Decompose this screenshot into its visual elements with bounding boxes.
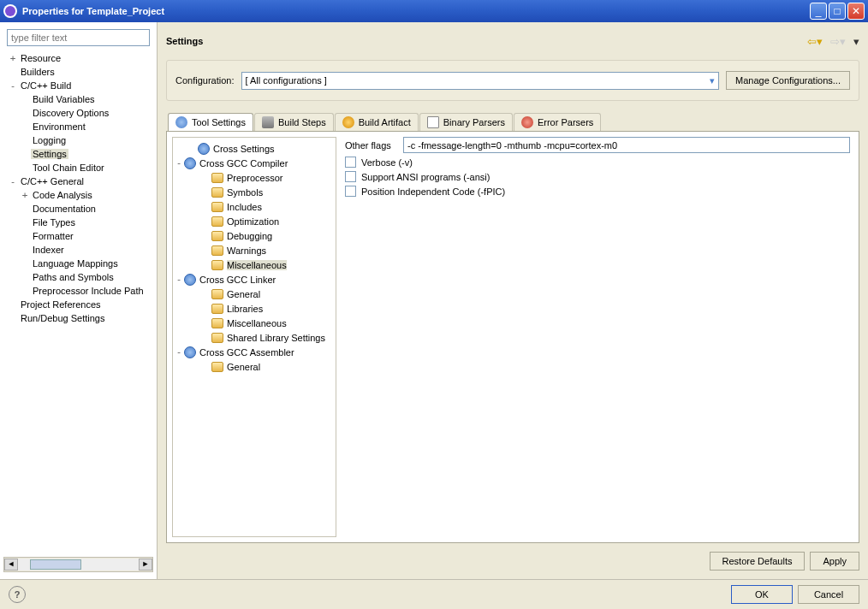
left-nav-pane: +ResourceBuilders-C/C++ BuildBuild Varia… [0,22,158,579]
window-buttons: _ □ ✕ [810,3,865,20]
tab-build-artifact[interactable]: Build Artifact [335,113,419,131]
tab-strip: Tool SettingsBuild StepsBuild ArtifactBi… [166,113,859,131]
folder-icon [184,346,196,358]
cancel-button[interactable]: Cancel [798,585,859,604]
manage-configurations-button[interactable]: Manage Configurations... [726,71,850,90]
configuration-select[interactable]: [ All configurations ] ▾ [241,72,720,90]
ansi-label: Support ANSI programs (-ansi) [361,172,490,182]
apply-button[interactable]: Apply [810,552,859,571]
tree-item[interactable]: -C/C++ Build [9,79,153,92]
tab-build-steps[interactable]: Build Steps [254,113,334,131]
scroll-right-icon[interactable]: ► [139,559,152,571]
folder-icon [198,143,210,155]
tree-item[interactable]: Logging [9,133,153,147]
settings-form: Other flags Verbose (-v) Support ANSI pr… [342,137,853,537]
help-icon[interactable]: ? [9,586,26,603]
scroll-left-icon[interactable]: ◄ [4,559,18,571]
tool-tree-item[interactable]: Libraries [175,301,334,316]
tree-item[interactable]: +Code Analysis [9,188,153,202]
tool-tree-item[interactable]: Symbols [175,185,334,199]
tool-tree-item[interactable]: Miscellaneous [175,257,334,272]
tool-tree-item[interactable]: -Cross GCC Compiler [175,156,334,170]
folder-icon [211,260,223,270]
horizontal-scrollbar[interactable]: ◄ ► [3,557,153,572]
folder-icon [211,318,223,328]
tab-tool-settings[interactable]: Tool Settings [168,113,253,131]
tree-item[interactable]: File Types [9,216,153,229]
folder-icon [211,202,223,212]
tab-binary-parsers[interactable]: Binary Parsers [419,113,513,131]
title-bar: Properties for Template_Project _ □ ✕ [0,0,868,22]
tool-tree-item[interactable]: Miscellaneous [175,316,334,330]
ok-button[interactable]: OK [731,585,793,604]
tab-error-parsers[interactable]: Error Parsers [514,113,601,131]
fpic-checkbox[interactable] [345,186,356,197]
tree-item[interactable]: Build Variables [9,92,153,106]
tree-item[interactable]: Run/Debug Settings [9,311,153,325]
tool-tree-item[interactable]: Warnings [175,243,334,257]
dropdown-icon: ▾ [710,75,715,86]
menu-icon[interactable]: ▾ [853,35,859,48]
folder-icon [211,333,223,343]
verbose-label: Verbose (-v) [361,157,413,168]
scroll-thumb[interactable] [30,559,81,570]
back-icon[interactable]: ⇦▾ [807,35,823,48]
forward-icon: ⇨▾ [830,35,846,48]
tree-item[interactable]: Tool Chain Editor [9,161,153,174]
ti-wand-icon [262,116,274,128]
tool-tree-item[interactable]: Shared Library Settings [175,330,334,345]
restore-defaults-button[interactable]: Restore Defaults [710,552,806,571]
tool-tree-item[interactable]: Optimization [175,214,334,228]
other-flags-input[interactable] [403,137,850,153]
tool-tree-item[interactable]: -Cross GCC Assembler [175,345,334,359]
tree-item[interactable]: Paths and Symbols [9,270,153,284]
tree-item[interactable]: Indexer [9,243,153,257]
folder-icon [211,289,223,299]
tree-item[interactable]: Project References [9,298,153,311]
folder-icon [211,362,223,372]
tool-tree-item[interactable]: Includes [175,199,334,214]
fpic-label: Position Independent Code (-fPIC) [361,186,505,197]
ti-doc-icon [427,116,439,128]
folder-icon [211,231,223,241]
tree-item[interactable]: Language Mappings [9,257,153,270]
close-button[interactable]: ✕ [847,3,865,20]
tool-tree-item[interactable]: Cross Settings [175,141,334,156]
tool-tree-item[interactable]: General [175,359,334,374]
folder-icon [211,245,223,256]
folder-icon [184,274,196,286]
tree-item[interactable]: +Resource [9,51,153,65]
ti-red-icon [521,116,533,128]
folder-icon [211,216,223,227]
tool-tree-item[interactable]: Preprocessor [175,170,334,185]
tree-item[interactable]: Environment [9,120,153,133]
other-flags-label: Other flags [345,140,398,151]
tree-item[interactable]: Preprocessor Include Path [9,284,153,298]
tool-tree-item[interactable]: -Cross GCC Linker [175,272,334,287]
configuration-bar: Configuration: [ All configurations ] ▾ … [166,60,859,101]
ti-blue-icon [175,116,187,128]
tool-settings-tree[interactable]: Cross Settings-Cross GCC CompilerPreproc… [172,137,336,537]
tool-tree-item[interactable]: Debugging [175,228,334,243]
folder-icon [211,304,223,314]
tree-item[interactable]: Discovery Options [9,106,153,120]
window-title: Properties for Template_Project [22,6,810,16]
tree-item[interactable]: -C/C++ General [9,174,153,188]
ansi-checkbox[interactable] [345,171,356,182]
minimize-button[interactable]: _ [810,3,827,20]
tool-tree-item[interactable]: General [175,287,334,301]
maximize-button[interactable]: □ [829,3,846,20]
filter-input[interactable] [7,29,150,46]
configuration-label: Configuration: [175,75,235,86]
folder-icon [211,173,223,183]
tree-item[interactable]: Builders [9,65,153,79]
tree-item[interactable]: Settings [9,147,153,161]
tree-item[interactable]: Documentation [9,202,153,216]
category-tree[interactable]: +ResourceBuilders-C/C++ BuildBuild Varia… [3,51,153,553]
page-title: Settings [166,36,802,46]
ti-trophy-icon [342,116,354,128]
nav-arrows: ⇦▾ ⇨▾ ▾ [802,35,859,48]
tree-item[interactable]: Formatter [9,229,153,243]
eclipse-icon [3,4,17,18]
verbose-checkbox[interactable] [345,157,356,168]
